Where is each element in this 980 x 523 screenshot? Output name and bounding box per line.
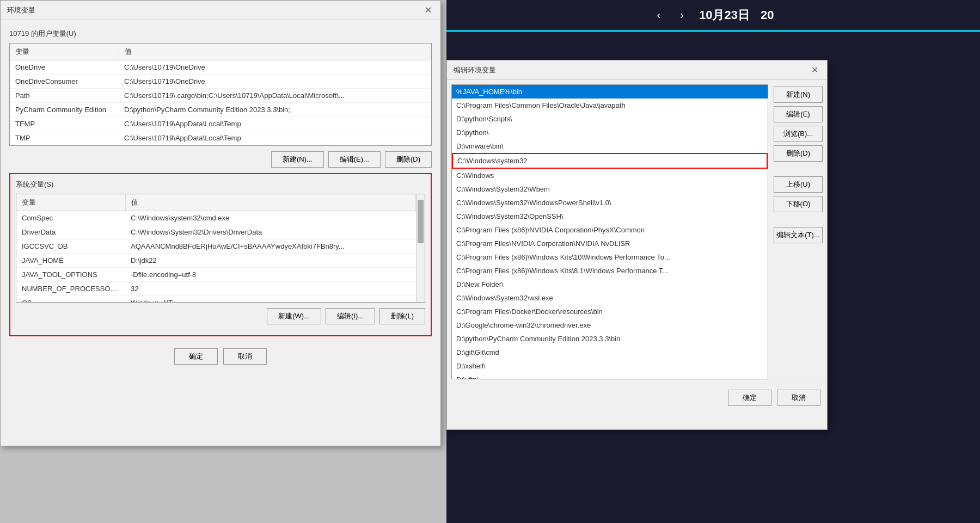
edit-env-title: 编辑环境变量: [454, 65, 496, 75]
path-list-item[interactable]: D:\git\Git\cmd: [452, 346, 768, 359]
user-var-cell: OneDriveConsumer: [10, 75, 119, 89]
edit-delete-btn[interactable]: 删除(D): [774, 145, 823, 162]
path-list-item[interactable]: C:\Windows\system32: [452, 153, 768, 169]
path-list-item[interactable]: D:\python\PyCharm Community Edition 2023…: [452, 332, 768, 346]
path-list-item[interactable]: %JAVA_HOME%\bin: [452, 85, 768, 99]
user-val-cell: C:\Users\10719\.cargo\bin;C:\Users\10719…: [119, 89, 431, 103]
user-vars-table: 变量 值 OneDrive C:\Users\10719\OneDrive On…: [10, 44, 431, 145]
system-table-var-header: 变量: [16, 194, 125, 211]
system-var-cell: IGCCSVC_DB: [16, 239, 125, 254]
scrollbar-thumb: [418, 200, 424, 243]
path-list-item[interactable]: D:\Google\chrome-win32\chromedriver.exe: [452, 318, 768, 332]
system-table-row[interactable]: JAVA_TOOL_OPTIONS -Dfile.encoding=utf-8: [16, 268, 416, 282]
path-list-item[interactable]: C:\Program Files\Docker\Docker\resources…: [452, 305, 768, 318]
user-table-row[interactable]: TEMP C:\Users\10719\AppData\Local\Temp: [10, 117, 431, 131]
calendar-date: 10月23日: [699, 7, 750, 23]
system-btn-row: 新建(W)... 编辑(I)... 删除(L): [16, 308, 425, 324]
system-var-cell: NUMBER_OF_PROCESSORS: [16, 282, 125, 296]
user-btn-row: 新建(N)... 编辑(E)... 删除(D): [9, 151, 432, 168]
path-list-item[interactable]: C:\Windows\System32\wsl.exe: [452, 291, 768, 305]
path-list-item[interactable]: C:\Windows: [452, 169, 768, 182]
system-new-btn[interactable]: 新建(W)...: [267, 308, 321, 324]
edit-edit-btn[interactable]: 编辑(E): [774, 106, 823, 122]
user-val-cell: C:\Users\10719\AppData\Local\Temp: [119, 117, 431, 131]
system-val-cell: Windows_NT: [125, 296, 416, 303]
user-var-cell: PyCharm Community Edition: [10, 103, 119, 117]
path-list-item[interactable]: D:\xshell\: [452, 359, 768, 373]
env-dialog-titlebar: 环境变量 ✕: [1, 1, 440, 20]
user-vars-table-container: 变量 值 OneDrive C:\Users\10719\OneDrive On…: [9, 43, 432, 146]
user-val-cell: D:\python\PyCharm Community Edition 2023…: [119, 103, 431, 117]
path-list-item[interactable]: C:\Program Files\NVIDIA Corporation\NVID…: [452, 237, 768, 250]
calendar-next-btn[interactable]: ›: [676, 7, 688, 23]
system-table-scrollbar[interactable]: [416, 194, 425, 302]
path-list-item[interactable]: D:\New Folder\: [452, 278, 768, 291]
system-table-row[interactable]: NUMBER_OF_PROCESSORS 32: [16, 282, 416, 296]
system-table-row[interactable]: JAVA_HOME D:\jdk22: [16, 254, 416, 268]
user-delete-btn[interactable]: 删除(D): [385, 151, 432, 168]
user-table-row[interactable]: OneDriveConsumer C:\Users\10719\OneDrive: [10, 75, 431, 89]
edit-env-dialog: 编辑环境变量 ✕ %JAVA_HOME%\binC:\Program Files…: [446, 60, 828, 430]
env-dialog-cancel-btn[interactable]: 取消: [223, 348, 267, 365]
system-table-row[interactable]: ComSpec C:\Windows\system32\cmd.exe: [16, 211, 416, 225]
env-dialog-close-btn[interactable]: ✕: [422, 5, 434, 15]
path-list-item[interactable]: D:\python\Scripts\: [452, 112, 768, 126]
path-list-container[interactable]: %JAVA_HOME%\binC:\Program Files\Common F…: [451, 84, 768, 379]
env-dialog-bottom-btns: 确定 取消: [9, 342, 432, 371]
calendar-prev-btn[interactable]: ‹: [653, 7, 665, 23]
system-val-cell: D:\jdk22: [125, 254, 416, 268]
path-list-item[interactable]: D:\xftp\: [452, 373, 768, 379]
path-list-item[interactable]: D:\vmware\bin\: [452, 139, 768, 153]
user-var-cell: Path: [10, 89, 119, 103]
edit-cancel-btn[interactable]: 取消: [777, 390, 820, 406]
user-table-row[interactable]: OneDrive C:\Users\10719\OneDrive: [10, 60, 431, 75]
edit-env-content: %JAVA_HOME%\binC:\Program Files\Common F…: [447, 80, 827, 384]
path-list-item[interactable]: C:\Windows\System32\Wbem: [452, 182, 768, 196]
path-list-item[interactable]: C:\Program Files\Common Files\Oracle\Jav…: [452, 99, 768, 112]
calendar-accent-bar: [446, 30, 980, 32]
edit-text-btn[interactable]: 编辑文本(T)...: [774, 227, 823, 243]
user-table-row[interactable]: Path C:\Users\10719\.cargo\bin;C:\Users\…: [10, 89, 431, 103]
system-vars-section: 系统变量(S) 变量 值 ComSpec C:\Windows\system32…: [9, 173, 432, 336]
path-list-item[interactable]: C:\Windows\System32\OpenSSH\: [452, 210, 768, 223]
user-var-cell: OneDrive: [10, 60, 119, 75]
path-list-item[interactable]: D:\python\: [452, 126, 768, 139]
calendar-header: ‹ › 10月23日 20: [446, 0, 980, 30]
system-edit-btn[interactable]: 编辑(I)...: [326, 308, 375, 324]
env-dialog-content: 10719 的用户变量(U) 变量 值 OneDrive C:\Users\10…: [1, 20, 440, 380]
system-vars-table: 变量 值 ComSpec C:\Windows\system32\cmd.exe…: [16, 194, 416, 302]
user-table-row[interactable]: TMP C:\Users\10719\AppData\Local\Temp: [10, 131, 431, 145]
system-table-row[interactable]: OS Windows_NT: [16, 296, 416, 303]
user-val-cell: C:\Users\10719\AppData\Local\Temp: [119, 131, 431, 145]
system-var-cell: JAVA_TOOL_OPTIONS: [16, 268, 125, 282]
edit-browse-btn[interactable]: 浏览(B)...: [774, 126, 823, 142]
edit-new-btn[interactable]: 新建(N): [774, 87, 823, 103]
env-variables-dialog: 环境变量 ✕ 10719 的用户变量(U) 变量 值 OneDrive C:\U…: [0, 0, 441, 446]
system-val-cell: AQAAANCMnd8BFdERjHoAwE/CI+sBAAAAYwdyeXAf…: [125, 239, 416, 254]
calendar-year-partial: 20: [761, 8, 774, 22]
edit-env-bottom-btns: 确定 取消: [447, 384, 827, 411]
edit-env-close-btn[interactable]: ✕: [809, 65, 820, 75]
user-var-cell: TMP: [10, 131, 119, 145]
user-table-row[interactable]: PyCharm Community Edition D:\python\PyCh…: [10, 103, 431, 117]
path-list-item[interactable]: C:\Program Files (x86)\NVIDIA Corporatio…: [452, 223, 768, 237]
path-list-item[interactable]: C:\Windows\System32\WindowsPowerShell\v1…: [452, 196, 768, 210]
path-list-item[interactable]: C:\Program Files (x86)\Windows Kits\10\W…: [452, 250, 768, 264]
edit-move-down-btn[interactable]: 下移(O): [774, 196, 823, 212]
system-vars-table-container: 变量 值 ComSpec C:\Windows\system32\cmd.exe…: [16, 194, 425, 303]
user-table-var-header: 变量: [10, 44, 119, 60]
user-val-cell: C:\Users\10719\OneDrive: [119, 75, 431, 89]
edit-move-up-btn[interactable]: 上移(U): [774, 176, 823, 193]
path-list: %JAVA_HOME%\binC:\Program Files\Common F…: [452, 85, 768, 379]
path-list-item[interactable]: C:\Program Files (x86)\Windows Kits\8.1\…: [452, 264, 768, 278]
user-val-cell: C:\Users\10719\OneDrive: [119, 60, 431, 75]
edit-ok-btn[interactable]: 确定: [728, 390, 771, 406]
user-edit-btn[interactable]: 编辑(E)...: [328, 151, 381, 168]
system-var-cell: OS: [16, 296, 125, 303]
system-delete-btn[interactable]: 删除(L): [379, 308, 425, 324]
system-table-row[interactable]: IGCCSVC_DB AQAAANCMnd8BFdERjHoAwE/CI+sBA…: [16, 239, 416, 254]
user-new-btn[interactable]: 新建(N)...: [271, 151, 324, 168]
system-val-cell: C:\Windows\system32\cmd.exe: [125, 211, 416, 225]
system-table-row[interactable]: DriverData C:\Windows\System32\Drivers\D…: [16, 225, 416, 239]
env-dialog-ok-btn[interactable]: 确定: [174, 348, 218, 365]
